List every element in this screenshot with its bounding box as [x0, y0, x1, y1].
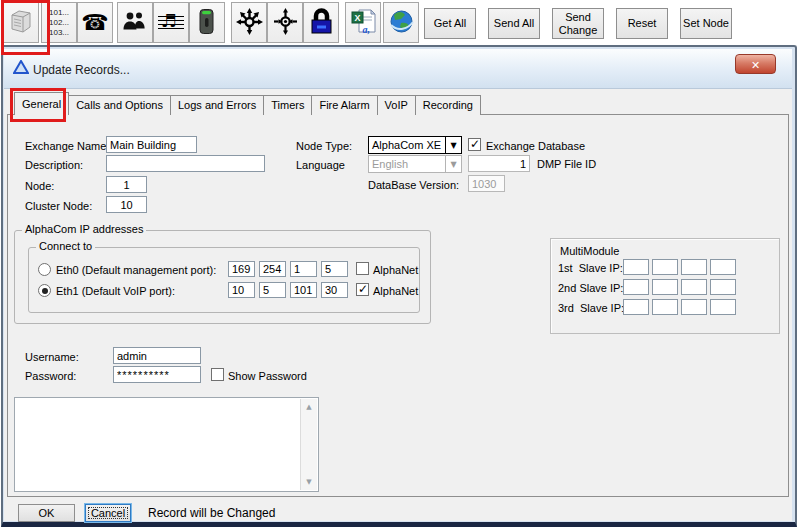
send-all-button[interactable]: Send All	[488, 8, 540, 39]
excel-export-button[interactable]: X a,	[345, 2, 381, 43]
eth0-ip-octet-1[interactable]	[228, 261, 255, 277]
close-button[interactable]	[735, 54, 776, 74]
directory-list-icon: 101... 102... 103...	[49, 8, 69, 38]
exchange-database-checkbox[interactable]	[468, 138, 481, 151]
description-label: Description:	[25, 159, 83, 171]
eth1-alphanet-checkbox[interactable]	[356, 283, 369, 296]
tab-voip[interactable]: VoIP	[377, 95, 416, 115]
slave1-ip-octet-1[interactable]	[623, 259, 649, 275]
reset-button[interactable]: Reset	[616, 8, 668, 39]
ip-addresses-group-title: AlphaCom IP addresses	[22, 223, 146, 235]
database-version-label: DataBase Version:	[368, 179, 459, 191]
slave1-ip-octet-4[interactable]	[710, 259, 736, 275]
slave1-ip-octet-2[interactable]	[652, 259, 678, 275]
database-version-input	[468, 175, 505, 192]
network-arrows-in-button[interactable]	[267, 2, 303, 43]
cancel-button[interactable]: Cancel	[85, 504, 131, 522]
slave1-ip-octet-3[interactable]	[681, 259, 707, 275]
eth1-alphanet-label: AlphaNet	[373, 285, 418, 297]
eth0-radio[interactable]	[38, 263, 51, 276]
connect-to-group-title: Connect to	[36, 240, 95, 252]
get-all-button[interactable]: Get All	[424, 8, 476, 39]
tab-timers[interactable]: Timers	[263, 95, 312, 115]
slave3-label: 3rd Slave IP:	[558, 302, 624, 314]
slave2-ip-octet-3[interactable]	[681, 279, 707, 295]
phone-button[interactable]: ☎	[77, 2, 113, 43]
intercom-station-button[interactable]	[189, 2, 225, 43]
eth1-label: Eth1 (Default VoIP port):	[56, 285, 175, 297]
music-program-button[interactable]: ♬	[153, 2, 189, 43]
eth0-alphanet-label: AlphaNet	[373, 264, 418, 276]
lock-button[interactable]	[303, 2, 339, 43]
globe-network-icon	[388, 8, 415, 38]
music-icon: ♬	[158, 14, 184, 32]
network-arrows-out-button[interactable]	[231, 2, 267, 43]
excel-export-icon: X a,	[350, 8, 377, 38]
show-password-label: Show Password	[228, 370, 307, 382]
eth0-alphanet-checkbox[interactable]	[356, 262, 369, 275]
exchange-server-icon	[8, 7, 34, 38]
eth1-ip-octet-4[interactable]	[321, 282, 348, 298]
app-window: 101... 102... 103... ☎ ♬	[0, 0, 800, 530]
tab-calls-and-options[interactable]: Calls and Options	[68, 95, 171, 115]
network-arrows-in-icon	[272, 8, 299, 38]
eth0-label: Eth0 (Default management port):	[56, 264, 216, 276]
status-text: Record will be Changed	[148, 506, 275, 520]
slave3-ip-octet-3[interactable]	[681, 299, 707, 315]
description-input[interactable]	[106, 155, 265, 172]
tab-general[interactable]: General	[14, 92, 69, 115]
node-type-dropdown[interactable]: AlphaCom XE	[368, 136, 462, 154]
node-label: Node:	[25, 180, 54, 192]
users-icon	[122, 10, 148, 35]
svg-text:X: X	[354, 13, 360, 23]
eth1-radio[interactable]	[38, 284, 51, 297]
slave2-ip-octet-2[interactable]	[652, 279, 678, 295]
tab-fire-alarm[interactable]: Fire Alarm	[311, 95, 377, 115]
users-button[interactable]	[117, 2, 153, 43]
eth0-ip-octet-2[interactable]	[259, 261, 286, 277]
slave3-ip-octet-2[interactable]	[652, 299, 678, 315]
notes-textarea[interactable]: ▲ ▼	[14, 397, 319, 492]
scroll-down-icon[interactable]: ▼	[301, 474, 317, 490]
password-input[interactable]	[113, 366, 201, 383]
show-password-checkbox[interactable]	[211, 368, 224, 381]
intercom-station-icon	[197, 8, 217, 38]
chevron-down-icon	[445, 156, 461, 172]
node-input[interactable]	[106, 176, 147, 193]
scroll-up-icon[interactable]: ▲	[301, 399, 317, 415]
node-type-label: Node Type:	[296, 140, 352, 152]
slave2-label: 2nd Slave IP:	[558, 282, 623, 294]
eth1-ip-octet-3[interactable]	[290, 282, 317, 298]
tab-recording[interactable]: Recording	[415, 95, 481, 115]
slave2-ip-octet-1[interactable]	[623, 279, 649, 295]
set-node-button[interactable]: Set Node	[680, 8, 732, 39]
exchange-name-input[interactable]	[106, 136, 197, 153]
chevron-down-icon[interactable]	[445, 137, 461, 153]
connect-to-groupbox	[28, 247, 420, 313]
eth1-ip-octet-1[interactable]	[228, 282, 255, 298]
directory-list-button[interactable]: 101... 102... 103...	[41, 2, 77, 43]
eth1-ip-octet-2[interactable]	[259, 282, 286, 298]
dmp-file-id-label: DMP File ID	[537, 158, 596, 170]
dialog-title: Update Records...	[33, 63, 130, 77]
multimodule-title: MultiModule	[560, 245, 619, 257]
cluster-node-input[interactable]	[106, 196, 147, 213]
cluster-node-label: Cluster Node:	[25, 200, 92, 212]
ok-button[interactable]: OK	[18, 504, 75, 522]
eth0-ip-octet-3[interactable]	[290, 261, 317, 277]
send-change-button[interactable]: Send Change	[552, 8, 604, 39]
eth0-ip-octet-4[interactable]	[321, 261, 348, 277]
exchange-server-button[interactable]	[3, 2, 39, 43]
notes-scrollbar[interactable]: ▲ ▼	[300, 399, 317, 490]
slave2-ip-octet-4[interactable]	[710, 279, 736, 295]
slave3-ip-octet-4[interactable]	[710, 299, 736, 315]
slave1-label: 1st Slave IP:	[558, 262, 623, 274]
dialog-triangle-icon	[13, 60, 29, 76]
globe-network-button[interactable]	[383, 2, 419, 43]
tab-logs-and-errors[interactable]: Logs and Errors	[170, 95, 264, 115]
slave3-ip-octet-1[interactable]	[623, 299, 649, 315]
network-arrows-out-icon	[236, 8, 263, 38]
dmp-file-id-input[interactable]	[468, 155, 530, 172]
phone-icon: ☎	[81, 12, 108, 34]
username-input[interactable]	[113, 347, 201, 364]
